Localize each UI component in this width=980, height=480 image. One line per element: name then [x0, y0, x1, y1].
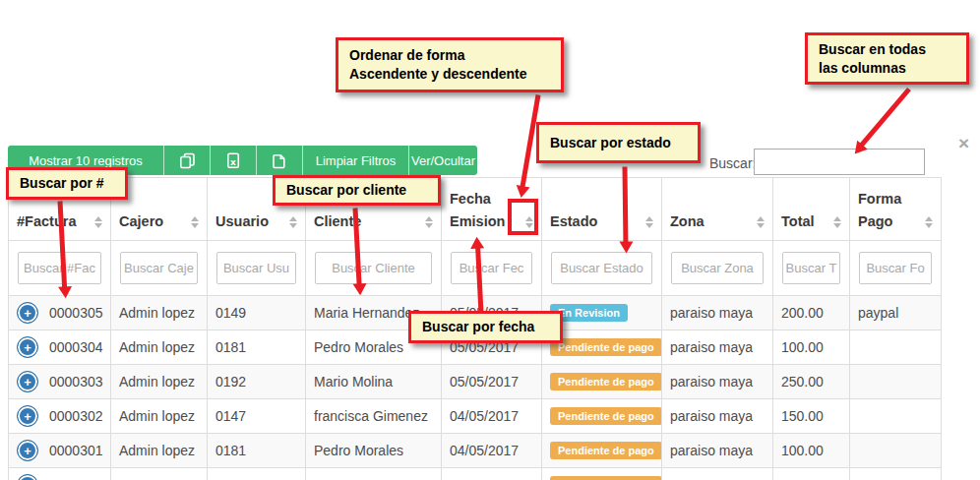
cell-usuario: 0192 — [208, 365, 306, 399]
filter-cliente-input[interactable] — [315, 252, 432, 284]
status-badge: Pendiente de pago — [550, 338, 662, 356]
column-header-estado[interactable]: Estado — [542, 178, 662, 241]
cell-forma-pago — [850, 399, 942, 434]
cell-total — [773, 468, 850, 480]
cell-cajero: Admin lopez — [111, 296, 208, 330]
cell-forma-pago — [850, 468, 942, 480]
cell-factura: 0000304 — [49, 339, 103, 355]
cell-cajero: Admin lopez — [111, 365, 208, 399]
cell-cajero: Admin lopez — [111, 399, 208, 434]
expand-row-icon[interactable]: + — [17, 371, 38, 392]
column-label: #Factura — [17, 210, 76, 232]
cell-factura: 0000302 — [49, 408, 103, 424]
cell-cliente: Mario Molina — [306, 365, 442, 399]
callout-buscar-por-fecha: Buscar por fecha — [408, 311, 563, 343]
cell-factura: 0000305 — [49, 305, 103, 321]
expand-row-icon[interactable]: + — [17, 405, 38, 427]
filter-cajero-input[interactable] — [120, 252, 198, 284]
cell-cliente — [306, 468, 442, 480]
sort-icon[interactable] — [645, 216, 653, 228]
callout-buscar-por-cliente: Buscar por cliente — [273, 175, 441, 206]
filter-usuario-input[interactable] — [216, 252, 296, 284]
column-header-zona[interactable]: Zona — [662, 178, 773, 241]
filter-forma-input[interactable] — [859, 252, 932, 284]
copy-button[interactable] — [163, 146, 210, 175]
global-search-input[interactable] — [754, 149, 925, 175]
excel-export-button[interactable]: x — [210, 146, 256, 175]
cell-usuario: 0147 — [208, 399, 306, 434]
toggle-columns-button[interactable]: Ver/Ocultar — [408, 146, 477, 175]
status-badge: Pendiente de pago — [550, 476, 662, 480]
close-icon[interactable]: × — [958, 133, 969, 154]
callout-buscar-todas-columnas: Buscar en todas las columnas — [805, 32, 969, 85]
column-header-forma-pago[interactable]: Forma Pago — [850, 178, 942, 241]
expand-row-icon[interactable]: + — [17, 302, 38, 324]
cell-forma-pago — [850, 330, 942, 365]
filter-fecha-input[interactable] — [451, 252, 532, 284]
filter-estado-input[interactable] — [551, 252, 652, 284]
cell-cajero: Admin lopez — [111, 434, 208, 468]
cell-cajero: Admin lopez — [111, 330, 208, 365]
cell-total: 100.00 — [773, 330, 850, 365]
callout-buscar-por-estado: Buscar por estado — [536, 122, 701, 163]
copy-icon — [179, 152, 196, 169]
cell-cliente: francisca Gimenez — [306, 399, 442, 434]
cell-total: 100.00 — [773, 434, 850, 468]
svg-text:x: x — [230, 157, 236, 167]
cell-zona: paraiso maya — [662, 330, 773, 365]
table-row-partial: + Pendiente de pago — [9, 468, 942, 480]
table-row: +0000303 Admin lopez 0192 Mario Molina 0… — [9, 365, 942, 399]
table-row: +0000301 Admin lopez 0181 Pedro Morales … — [9, 434, 942, 468]
sort-icon-highlight-box — [508, 199, 538, 235]
cell-usuario — [208, 468, 306, 480]
cell-fecha: 04/05/2017 — [442, 434, 542, 468]
table-row: +0000302 Admin lopez 0147 francisca Gime… — [9, 399, 942, 434]
column-label: Estado — [550, 210, 597, 232]
cell-fecha: 05/05/2017 — [442, 365, 542, 399]
cell-fecha — [442, 468, 542, 480]
pdf-export-button[interactable] — [256, 146, 302, 175]
cell-total: 250.00 — [773, 365, 850, 399]
sort-icon[interactable] — [925, 216, 933, 228]
column-header-total[interactable]: Total — [773, 178, 850, 241]
filter-total-input[interactable] — [782, 252, 840, 284]
cell-total: 200.00 — [773, 296, 850, 330]
callout-ordenar: Ordenar de forma Ascendente y descendent… — [336, 37, 564, 92]
cell-usuario: 0181 — [208, 434, 306, 468]
sort-icon[interactable] — [94, 216, 102, 228]
callout-buscar-por-numero: Buscar por # — [6, 167, 128, 200]
column-label: Total — [781, 210, 815, 232]
sort-icon[interactable] — [757, 216, 765, 228]
cell-forma-pago: paypal — [850, 296, 942, 330]
cell-cajero — [111, 468, 208, 480]
expand-row-icon[interactable]: + — [17, 474, 38, 480]
cell-zona: paraiso maya — [662, 296, 773, 330]
cell-fecha: 04/05/2017 — [442, 399, 542, 434]
clear-filters-button[interactable]: Limpiar Filtros — [302, 146, 408, 175]
sort-icon[interactable] — [191, 216, 199, 228]
sort-icon[interactable] — [289, 216, 297, 228]
cell-factura: 0000303 — [49, 374, 103, 390]
filter-zona-input[interactable] — [671, 252, 764, 284]
cell-cliente: Pedro Morales — [306, 434, 442, 468]
pdf-icon — [272, 152, 287, 169]
column-label: Fecha Emision — [450, 188, 507, 232]
excel-icon: x — [225, 152, 241, 169]
cell-factura: 0000301 — [49, 443, 103, 458]
sort-icon[interactable] — [833, 216, 841, 228]
header-row: #Factura Cajero Usuario Cliente Fecha Em… — [9, 178, 942, 241]
column-label: Usuario — [215, 210, 269, 232]
expand-row-icon[interactable]: + — [17, 336, 38, 358]
status-badge: Pendiente de pago — [550, 407, 662, 425]
sort-icon[interactable] — [425, 216, 433, 228]
arrow-to-global-search — [860, 88, 911, 147]
cell-forma-pago — [850, 365, 942, 399]
cell-total: 150.00 — [773, 399, 850, 434]
expand-row-icon[interactable]: + — [17, 440, 38, 461]
cell-zona: paraiso maya — [662, 434, 773, 468]
cell-usuario: 0181 — [208, 330, 306, 365]
column-label: Cajero — [119, 210, 163, 232]
column-label: Forma Pago — [858, 188, 903, 232]
cell-zona — [662, 468, 773, 480]
status-badge: Pendiente de pago — [550, 373, 662, 390]
